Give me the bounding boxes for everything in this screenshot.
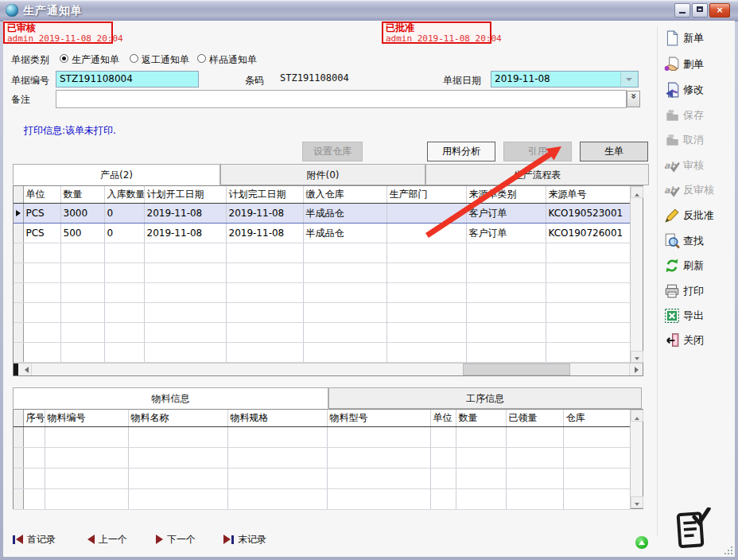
col-header[interactable]: 物料型号 <box>327 410 430 427</box>
scroll-up-icon[interactable] <box>631 186 643 198</box>
sidebar-item-print[interactable]: 打印 <box>664 282 704 300</box>
cell[interactable]: 客户订单 <box>466 224 546 243</box>
sidebar-item-new[interactable]: 新单 <box>664 29 704 47</box>
last-record-icon <box>223 535 234 544</box>
col-header[interactable]: 入库数量 <box>104 186 144 204</box>
scroll-down-icon[interactable] <box>631 496 643 508</box>
chevron-down-icon[interactable] <box>620 72 637 86</box>
cell[interactable]: 0 <box>104 224 144 243</box>
sidebar-item-audit[interactable]: ab 审核 <box>664 157 704 174</box>
scroll-right-icon[interactable] <box>629 364 643 375</box>
scroll-down-icon[interactable] <box>631 351 643 363</box>
col-header[interactable]: 序号 <box>23 410 45 427</box>
maximize-button[interactable] <box>692 3 708 18</box>
tab-process-info[interactable]: 工序信息 <box>328 387 642 409</box>
cell[interactable]: 3000 <box>60 204 104 224</box>
col-header[interactable]: 物料名称 <box>128 410 227 427</box>
sidebar-item-close[interactable]: 关闭 <box>664 332 704 349</box>
sidebar-item-cancel[interactable]: 取消 <box>664 131 704 149</box>
cell[interactable] <box>386 224 466 243</box>
sidebar-item-save[interactable]: 保存 <box>664 107 704 124</box>
production-notice-window: 生产通知单 × 已审核 admin 2019-11-08 20:04 已批准 a… <box>0 0 738 560</box>
cell[interactable]: 半成品仓 <box>303 224 386 243</box>
sidebar-item-delete[interactable]: 删单 <box>664 56 704 73</box>
radio-rework-notice[interactable] <box>130 54 138 63</box>
col-header[interactable]: 来源单类别 <box>466 186 546 204</box>
cell[interactable]: KCO190523001 <box>546 204 630 224</box>
scroll-left-icon[interactable] <box>18 364 32 375</box>
sidebar-item-refresh[interactable]: 刷新 <box>664 257 704 274</box>
remark-input[interactable] <box>56 90 627 108</box>
scroll-up-icon[interactable] <box>631 410 643 422</box>
sidebar-item-export[interactable]: 导出 <box>664 307 704 325</box>
row-selector <box>14 224 23 243</box>
first-record-button[interactable]: 首记录 <box>13 531 56 548</box>
cell[interactable]: PCS <box>23 224 60 243</box>
sidebar-item-modify[interactable]: 修改 <box>664 81 704 99</box>
cell[interactable]: 0 <box>104 204 144 224</box>
col-header[interactable]: 生产部门 <box>386 186 466 204</box>
cell[interactable]: 半成品仓 <box>303 204 386 224</box>
radio-sample-notice-label[interactable]: 样品通知单 <box>209 53 257 67</box>
date-label: 单据日期 <box>443 74 481 88</box>
resize-grip[interactable] <box>723 545 733 555</box>
new-document-icon <box>664 30 680 46</box>
material-header-row: 序号 物料编号 物料名称 物料规格 物料型号 单位 数量 已领量 仓库 <box>14 410 630 427</box>
cell[interactable]: 500 <box>60 224 104 243</box>
tab-attachments[interactable]: 附件(0) <box>220 164 425 185</box>
table-row[interactable]: PCS 3000 0 2019-11-08 2019-11-08 半成品仓 客户… <box>14 204 630 224</box>
product-horizontal-scrollbar[interactable] <box>14 363 643 375</box>
doc-no-input[interactable]: STZ191108004 <box>56 71 199 88</box>
col-header[interactable]: 物料编号 <box>45 410 128 427</box>
tab-material-info[interactable]: 物料信息 <box>13 387 328 409</box>
minimize-button[interactable] <box>674 3 690 18</box>
close-button[interactable]: × <box>709 3 730 18</box>
empty-row <box>14 469 630 489</box>
previous-record-button[interactable]: 上一个 <box>87 531 127 548</box>
sidebar-item-unapprove[interactable]: 反批准 <box>664 207 714 224</box>
col-header[interactable]: 物料规格 <box>227 410 327 427</box>
col-header[interactable]: 缴入仓库 <box>303 186 386 204</box>
tab-production-flow[interactable]: 生产流程表 <box>425 164 649 185</box>
material-vertical-scrollbar[interactable] <box>630 410 643 508</box>
radio-production-notice-label[interactable]: 生产通知单 <box>72 53 119 67</box>
col-header[interactable]: 数量 <box>60 186 104 204</box>
last-record-button[interactable]: 末记录 <box>223 531 266 548</box>
date-select[interactable]: 2019-11-08 <box>491 71 639 88</box>
tab-products[interactable]: 产品(2) <box>13 164 220 185</box>
cell[interactable] <box>386 204 466 224</box>
col-header[interactable]: 单位 <box>23 186 60 204</box>
audit-check-icon: ab <box>664 158 680 173</box>
product-vertical-scrollbar[interactable] <box>630 186 643 363</box>
radio-rework-notice-label[interactable]: 返工通知单 <box>142 53 189 67</box>
col-header[interactable]: 来源单号 <box>546 186 630 204</box>
col-header[interactable]: 单位 <box>430 410 456 427</box>
sidebar-item-unaudit[interactable]: ab 反审核 <box>664 181 714 199</box>
cell[interactable]: 客户订单 <box>466 204 546 224</box>
set-warehouse-button[interactable]: 设置仓库 <box>302 142 363 161</box>
refresh-icon <box>664 258 680 274</box>
col-header[interactable]: 计划完工日期 <box>226 186 303 204</box>
scrollbar-thumb[interactable] <box>463 364 570 375</box>
col-header[interactable]: 数量 <box>456 410 506 427</box>
cell[interactable]: 2019-11-08 <box>144 204 226 224</box>
create-order-button[interactable]: 生单 <box>580 142 648 161</box>
radio-sample-notice[interactable] <box>197 54 206 63</box>
sidebar-item-find[interactable]: 查找 <box>664 232 704 250</box>
cell[interactable]: PCS <box>23 204 60 224</box>
material-analysis-button[interactable]: 用料分析 <box>427 142 495 161</box>
next-record-button[interactable]: 下一个 <box>156 531 196 548</box>
radio-production-notice[interactable] <box>60 54 68 63</box>
cell[interactable]: 2019-11-08 <box>226 224 303 243</box>
col-header[interactable]: 仓库 <box>563 410 630 427</box>
remark-expand-button[interactable]: » <box>627 91 640 107</box>
cell[interactable]: 2019-11-08 <box>144 224 226 243</box>
col-header[interactable]: 计划开工日期 <box>144 186 226 204</box>
cell[interactable]: 2019-11-08 <box>226 204 303 224</box>
cancel-icon <box>664 132 680 148</box>
cell[interactable]: KCO190726001 <box>546 224 630 243</box>
audited-stamp: 已审核 admin 2019-11-08 20:04 <box>3 21 113 44</box>
reference-button[interactable]: 引用 <box>503 142 572 161</box>
col-header[interactable]: 已领量 <box>506 410 563 427</box>
table-row[interactable]: PCS 500 0 2019-11-08 2019-11-08 半成品仓 客户订… <box>14 224 630 243</box>
